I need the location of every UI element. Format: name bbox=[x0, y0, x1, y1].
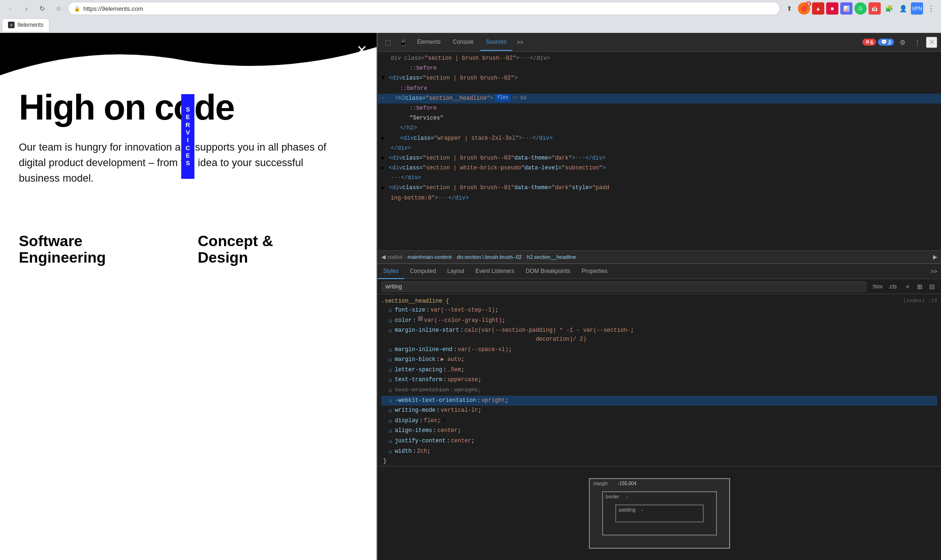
more-options-button[interactable]: ⋮ bbox=[911, 36, 924, 49]
checkbox-writing-mode[interactable]: ☑ bbox=[389, 407, 392, 416]
forward-button[interactable]: › bbox=[20, 2, 33, 15]
settings-button[interactable]: ⚙ bbox=[896, 36, 909, 49]
dom-line[interactable]: ::before bbox=[378, 84, 941, 94]
toggle-style-button[interactable]: ⊟ bbox=[927, 281, 937, 292]
flex-badge[interactable]: flex bbox=[495, 94, 510, 102]
tab-elements[interactable]: Elements bbox=[411, 34, 446, 51]
style-prop-justify-content[interactable]: ☑ justify-content : center ; bbox=[381, 436, 937, 447]
style-prop-color[interactable]: ☑ color : var(--color-gray-light) ; bbox=[381, 316, 937, 326]
styles-tab-layout[interactable]: Layout bbox=[442, 264, 470, 279]
extension-icon-4[interactable]: 📊 bbox=[840, 2, 853, 15]
breadcrumb-sep: · bbox=[404, 254, 406, 260]
breadcrumb-div[interactable]: div.section.\.brush.brush--02 bbox=[457, 254, 522, 260]
styles-tab-event-listeners[interactable]: Event Listeners bbox=[470, 264, 520, 279]
devtools-close-button[interactable]: ✕ bbox=[926, 37, 937, 48]
checkbox-webkit-text-orientation[interactable]: ☑ bbox=[389, 397, 392, 406]
styles-tab-dom-breakpoints[interactable]: DOM Breakpoints bbox=[520, 264, 576, 279]
styles-tab-computed[interactable]: Computed bbox=[404, 264, 442, 279]
style-rule-close: } bbox=[381, 456, 937, 466]
checkbox-margin-inline-end[interactable]: ☑ bbox=[389, 346, 392, 355]
dom-line[interactable]: </div> bbox=[378, 144, 941, 153]
breadcrumb-left-arrow[interactable]: ◀ bbox=[381, 254, 386, 260]
dom-line[interactable]: ··· </div> bbox=[378, 173, 941, 183]
styles-content[interactable]: .section__headline { (index) :16 ☑ font-… bbox=[378, 294, 941, 466]
dom-line[interactable]: ▶ <div class= "wrapper | stack-2xl-3xl" … bbox=[378, 134, 941, 144]
dom-line[interactable]: ing-bottom:0" > ··· </div> bbox=[378, 193, 941, 203]
style-prop-width[interactable]: ☑ width : 2ch ; bbox=[381, 447, 937, 457]
dom-line[interactable]: </h2> bbox=[378, 123, 941, 133]
filter-cls[interactable]: .cls bbox=[886, 282, 899, 291]
style-prop-letter-spacing[interactable]: ☑ letter-spacing : .5em ; bbox=[381, 365, 937, 376]
style-prop-text-transform[interactable]: ☑ text-transform : uppercase ; bbox=[381, 375, 937, 385]
breadcrumb-right-arrow[interactable]: ▶ bbox=[933, 254, 937, 260]
add-style-button[interactable]: + bbox=[902, 281, 913, 292]
checkbox-letter-spacing[interactable]: ☑ bbox=[389, 367, 392, 375]
checkbox-text-transform[interactable]: ☑ bbox=[389, 376, 392, 385]
share-button[interactable]: ⬆ bbox=[783, 2, 796, 15]
extension-icon-2[interactable]: ▲ bbox=[812, 2, 824, 15]
extension-icon-5[interactable]: G bbox=[854, 2, 867, 15]
back-button[interactable]: ‹ bbox=[4, 2, 17, 15]
address-bar[interactable]: 🔒 https://9elements.com bbox=[68, 2, 780, 15]
checkbox-font-size[interactable]: ☑ bbox=[389, 307, 392, 315]
breadcrumb-h2[interactable]: h2.section__headline bbox=[527, 254, 576, 260]
dom-tree[interactable]: ··· div class= "section | brush brush--0… bbox=[378, 52, 941, 250]
dom-line[interactable]: "Services" bbox=[378, 113, 941, 123]
style-prop-margin-inline-end[interactable]: ☑ margin-inline-end : var(--space-xl) ; bbox=[381, 345, 937, 355]
style-prop-writing-mode[interactable]: ☑ writing-mode : vertical-lr ; bbox=[381, 406, 937, 416]
styles-tab-properties[interactable]: Properties bbox=[576, 264, 613, 279]
reload-button[interactable]: ↻ bbox=[36, 2, 49, 15]
breadcrumb-main[interactable]: main#main-content bbox=[408, 254, 452, 260]
copy-style-button[interactable]: ⊞ bbox=[915, 281, 925, 292]
styles-tab-more[interactable]: >> bbox=[927, 266, 941, 277]
dom-line[interactable]: ▶ <div class= "section | brush brush--03… bbox=[378, 153, 941, 163]
checkbox-text-orientation[interactable]: ☑ bbox=[389, 387, 392, 395]
dom-line[interactable]: ▼ <div class= "section | brush brush--02… bbox=[378, 73, 941, 83]
style-prop-margin-block[interactable]: ☑ margin-block : ▶ auto ; bbox=[381, 355, 937, 365]
lock-icon: 🔒 bbox=[74, 6, 80, 12]
checkbox-width[interactable]: ☑ bbox=[389, 448, 392, 456]
browser-tab[interactable]: 9 9elements bbox=[2, 18, 49, 32]
dom-line[interactable]: ··· div class= "section | brush brush--0… bbox=[378, 54, 941, 64]
extension-icon-6[interactable]: 📅 bbox=[869, 2, 881, 15]
checkbox-display[interactable]: ☑ bbox=[389, 417, 392, 426]
devtools-toolbar: ⬚ 📱 Elements Console Sources >> ✕ 6 💬 2 … bbox=[378, 33, 941, 52]
extension-icon-3[interactable]: ■ bbox=[826, 2, 838, 15]
dom-line[interactable]: ::before bbox=[378, 104, 941, 113]
dom-line[interactable]: ▶ <div class= "section | brush brush--01… bbox=[378, 183, 941, 193]
styles-panel: Styles Computed Layout Event Listeners D… bbox=[378, 264, 941, 466]
menu-button[interactable]: ⋮ bbox=[925, 2, 937, 15]
checkbox-margin-inline-start[interactable]: ☑ bbox=[389, 327, 392, 336]
checkbox-align-items[interactable]: ☑ bbox=[389, 427, 392, 436]
device-toggle-button[interactable]: 📱 bbox=[396, 36, 410, 49]
url-text: https://9elements.com bbox=[83, 5, 774, 12]
tab-sources[interactable]: Sources bbox=[480, 34, 512, 51]
dom-line-selected[interactable]: · <h2 class= "section__headline" > flex … bbox=[378, 94, 941, 104]
tab-console[interactable]: Console bbox=[447, 34, 479, 51]
flex-icon[interactable]: ⊞ bbox=[442, 416, 445, 424]
close-button[interactable]: ✕ bbox=[356, 42, 367, 58]
devtools-panel: ⬚ 📱 Elements Console Sources >> ✕ 6 💬 2 … bbox=[377, 33, 941, 560]
tab-more[interactable]: >> bbox=[513, 37, 527, 48]
style-prop-margin-inline-start[interactable]: ☑ margin-inline-start : calc(var(--secti… bbox=[381, 326, 937, 344]
checkbox-margin-block[interactable]: ☑ bbox=[389, 356, 392, 365]
style-prop-webkit-text-orientation[interactable]: ☑ -webkit-text-orientation : upright ; bbox=[381, 396, 937, 406]
element-picker-button[interactable]: ⬚ bbox=[381, 36, 394, 49]
checkbox-justify-content[interactable]: ☑ bbox=[389, 438, 392, 446]
style-prop-align-items[interactable]: ☑ align-items : center ; bbox=[381, 426, 937, 436]
extensions-button[interactable]: 🧩 bbox=[883, 2, 895, 15]
style-prop-display[interactable]: ☑ display : flex ; ⊞ bbox=[381, 416, 937, 426]
dom-line[interactable]: ▶ <div class= "section | white-brick-pse… bbox=[378, 163, 941, 173]
style-prop-text-orientation[interactable]: ☑ text-orientation : upright ; bbox=[381, 385, 937, 396]
extension-icon-1[interactable]: 🔴9 bbox=[798, 2, 810, 15]
styles-tab-styles[interactable]: Styles bbox=[378, 264, 404, 279]
dom-line[interactable]: ::before bbox=[378, 64, 941, 73]
checkbox-color[interactable]: ☑ bbox=[389, 317, 392, 326]
vpn-button[interactable]: VPN bbox=[911, 2, 923, 15]
profile-button[interactable]: 👤 bbox=[897, 2, 909, 15]
styles-filter-input[interactable] bbox=[381, 281, 866, 292]
style-selector: .section__headline { bbox=[381, 298, 449, 304]
style-prop-font-size[interactable]: ☑ font-size : var(--text-step--1) ; bbox=[381, 305, 937, 316]
filter-hov[interactable]: :hov bbox=[870, 282, 885, 291]
bookmark-button[interactable]: ☆ bbox=[52, 2, 65, 15]
